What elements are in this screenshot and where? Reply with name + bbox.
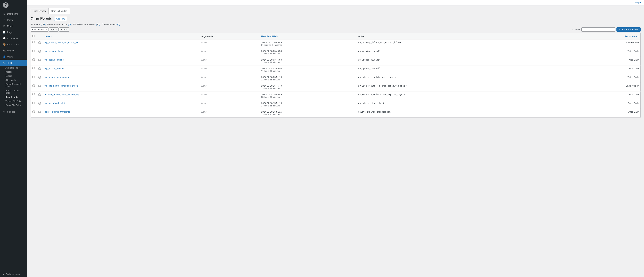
collapse-menu-button[interactable]: ◀ Collapse menu bbox=[0, 272, 27, 277]
filter-no-action[interactable]: Events with no action (0) bbox=[46, 23, 72, 26]
table-row: wp_scheduled_delete None 2024-02-18 15:5… bbox=[31, 100, 640, 109]
row-checkbox[interactable] bbox=[32, 41, 35, 43]
sidebar-sub-export-personal-data[interactable]: Export Personal Data bbox=[0, 82, 27, 88]
select-all-checkbox[interactable] bbox=[32, 35, 35, 37]
sidebar-sub-site-health[interactable]: Site Health bbox=[0, 78, 27, 82]
filter-all-events[interactable]: All events (11) bbox=[30, 23, 46, 26]
wp-logo bbox=[0, 0, 27, 11]
row-checkbox-cell bbox=[31, 48, 36, 57]
sidebar-item-comments[interactable]: 💬 Comments bbox=[0, 35, 27, 41]
row-recurrence: Twice Daily bbox=[570, 57, 640, 66]
row-checkbox[interactable] bbox=[32, 84, 35, 87]
row-action: WP_Site_Health->wp_cron_scheduled_check(… bbox=[356, 83, 570, 92]
sidebar-item-appearance[interactable]: 🎨 Appearance bbox=[0, 41, 27, 48]
wp-logo-cell bbox=[36, 66, 43, 74]
table-row: wp_version_check None 2024-02-18 03:46:5… bbox=[31, 48, 640, 57]
col-recurrence[interactable]: Recurrence ↕ bbox=[570, 33, 640, 40]
help-button[interactable]: Help ▾ bbox=[635, 1, 641, 4]
search-input[interactable] bbox=[582, 28, 616, 32]
row-recurrence: Once Daily bbox=[570, 92, 640, 100]
sidebar-item-dashboard[interactable]: ⊞ Dashboard bbox=[0, 11, 27, 17]
row-checkbox[interactable] bbox=[32, 102, 35, 104]
search-area: 11 items Search Hook Names bbox=[572, 28, 640, 32]
recurrence-sort-arrow: ↕ bbox=[638, 36, 639, 38]
tab-cron-schedules[interactable]: Cron Schedules bbox=[48, 8, 70, 14]
plugins-icon: 🔌 bbox=[3, 49, 6, 52]
apply-button[interactable]: Apply bbox=[49, 28, 58, 32]
wp-logo-cell bbox=[36, 48, 43, 57]
add-new-button[interactable]: Add New bbox=[54, 17, 67, 21]
row-action: wp_scheduled_delete() bbox=[356, 100, 570, 109]
sidebar-item-tools[interactable]: 🔧 Tools bbox=[0, 60, 27, 66]
sidebar-sub-export[interactable]: Export bbox=[0, 74, 27, 78]
wp-logo-cell bbox=[36, 109, 43, 118]
sidebar-item-plugins[interactable]: 🔌 Plugins bbox=[0, 48, 27, 54]
sidebar-sub-theme-file-editor[interactable]: Theme File Editor bbox=[0, 99, 27, 103]
col-next-run[interactable]: Next Run (UTC) ↑ bbox=[260, 33, 356, 40]
sidebar: ⊞ Dashboard ✏ Posts 🖼 Media 📄 Pages 💬 Co… bbox=[0, 0, 27, 277]
row-arguments: None bbox=[200, 92, 260, 100]
content-area: Cron Events Cron Schedules Cron Events A… bbox=[27, 6, 644, 277]
sidebar-sub-erase-personal-data[interactable]: Erase Personal Data bbox=[0, 88, 27, 95]
row-arguments: None bbox=[200, 48, 260, 57]
row-checkbox-cell bbox=[31, 100, 36, 109]
row-checkbox[interactable] bbox=[32, 58, 35, 61]
sidebar-item-pages[interactable]: 📄 Pages bbox=[0, 29, 27, 35]
row-next-run: 2024-02-18 15:46:49 23 hours 31 minutes bbox=[260, 83, 356, 92]
table-header: Hook ↕ Arguments Next Run (UTC) ↑ Action… bbox=[31, 33, 640, 40]
row-hook: delete_expired_transients bbox=[43, 109, 200, 118]
row-hook: wp_scheduled_delete bbox=[43, 100, 200, 109]
col-arguments: Arguments bbox=[200, 33, 260, 40]
table-row: wp_privacy_delete_old_export_files None … bbox=[31, 40, 640, 48]
row-arguments: None bbox=[200, 83, 260, 92]
export-button[interactable]: Export bbox=[59, 28, 70, 32]
row-action: wp_update_plugins() bbox=[356, 57, 570, 66]
row-hook: wp_update_user_counts bbox=[43, 74, 200, 83]
col-action: Action bbox=[356, 33, 570, 40]
tab-bar: Cron Events Cron Schedules bbox=[30, 8, 640, 14]
sidebar-sub-plugin-file-editor[interactable]: Plugin File Editor bbox=[0, 103, 27, 107]
sidebar-item-media[interactable]: 🖼 Media bbox=[0, 23, 27, 29]
row-action: wp_schedule_update_user_counts() bbox=[356, 74, 570, 83]
row-checkbox-cell bbox=[31, 83, 36, 92]
bulk-actions-select[interactable]: Bulk actions bbox=[30, 28, 48, 32]
filter-custom-events[interactable]: Custom events (0) bbox=[102, 23, 120, 26]
row-arguments: None bbox=[200, 74, 260, 83]
row-checkbox[interactable] bbox=[32, 93, 35, 96]
table-row: wp_update_plugins None 2024-02-18 03:46:… bbox=[31, 57, 640, 66]
row-checkbox-cell bbox=[31, 74, 36, 83]
sidebar-item-posts[interactable]: ✏ Posts bbox=[0, 17, 27, 23]
row-checkbox[interactable] bbox=[32, 50, 35, 52]
search-hook-names-button[interactable]: Search Hook Names bbox=[616, 28, 640, 32]
media-icon: 🖼 bbox=[3, 24, 6, 28]
table-row: recovery_mode_clean_expired_keys None 20… bbox=[31, 92, 640, 100]
row-checkbox[interactable] bbox=[32, 110, 35, 113]
row-next-run: 2024-02-18 03:46:50 11 hours 31 minutes bbox=[260, 48, 356, 57]
sidebar-sub-available-tools[interactable]: Available Tools bbox=[0, 66, 27, 70]
sidebar-sub-cron-events[interactable]: Cron Events bbox=[0, 95, 27, 99]
row-hook: wp_update_themes bbox=[43, 66, 200, 74]
row-next-run: 2024-02-18 03:51:16 11 hours 35 minutes bbox=[260, 74, 356, 83]
sidebar-sub-import[interactable]: Import bbox=[0, 70, 27, 74]
row-checkbox[interactable] bbox=[32, 76, 35, 78]
row-hook: wp_version_check bbox=[43, 48, 200, 57]
row-arguments: None bbox=[200, 100, 260, 109]
row-next-run: 2024-02-17 16:46:49 31 minutes 32 second… bbox=[260, 40, 356, 48]
table-row: wp_update_user_counts None 2024-02-18 03… bbox=[31, 74, 640, 83]
filter-core-events[interactable]: WordPress core events (11) bbox=[73, 23, 101, 26]
row-hook: wp_site_health_scheduled_check bbox=[43, 83, 200, 92]
pages-icon: 📄 bbox=[3, 30, 6, 34]
settings-icon: ⚙ bbox=[3, 110, 6, 113]
row-next-run: 2024-02-18 15:51:16 23 hours 35 minutes bbox=[260, 100, 356, 109]
row-arguments: None bbox=[200, 57, 260, 66]
col-hook[interactable]: Hook ↕ bbox=[43, 33, 200, 40]
sidebar-item-users[interactable]: 👤 Users bbox=[0, 54, 27, 60]
sidebar-item-settings[interactable]: ⚙ Settings bbox=[0, 109, 27, 115]
row-recurrence: Twice Daily bbox=[570, 66, 640, 74]
row-checkbox[interactable] bbox=[32, 67, 35, 70]
cron-events-table: Hook ↕ Arguments Next Run (UTC) ↑ Action… bbox=[30, 33, 640, 118]
select-all-header bbox=[31, 33, 36, 40]
row-hook: wp_privacy_delete_old_export_files bbox=[43, 40, 200, 48]
tab-cron-events[interactable]: Cron Events bbox=[30, 8, 49, 14]
row-recurrence: Once Weekly bbox=[570, 83, 640, 92]
